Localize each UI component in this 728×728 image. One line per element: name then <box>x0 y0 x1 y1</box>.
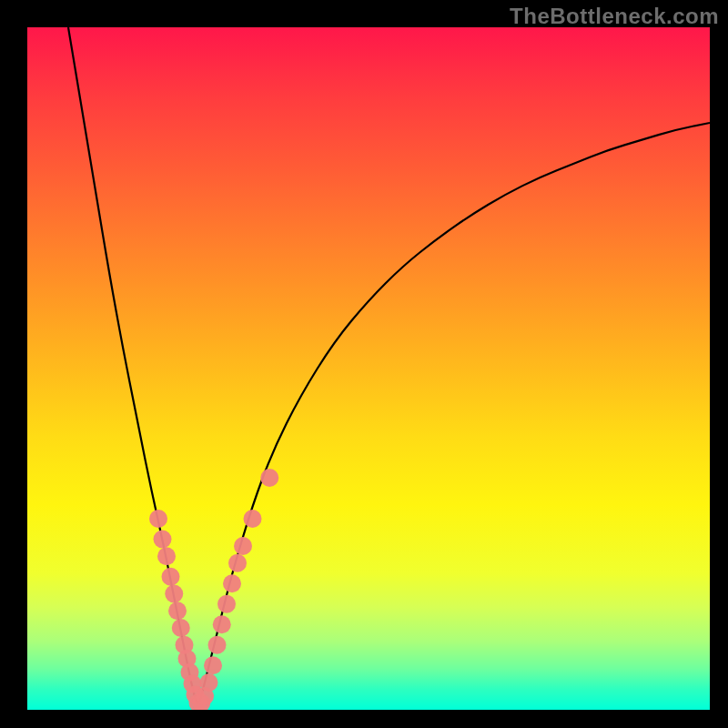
data-marker <box>260 469 278 487</box>
bottleneck-chart <box>27 27 710 710</box>
plot-area <box>27 27 710 710</box>
data-marker <box>234 537 252 555</box>
data-marker <box>244 510 262 528</box>
data-marker <box>149 510 167 528</box>
data-marker <box>217 595 236 613</box>
data-marker <box>204 656 222 674</box>
chart-frame: TheBottleneck.com <box>0 0 728 728</box>
data-marker <box>228 554 247 572</box>
data-marker <box>157 547 176 565</box>
bottleneck-curve <box>68 27 710 703</box>
data-marker <box>223 574 241 592</box>
data-marker <box>172 619 190 637</box>
data-marker <box>213 615 231 633</box>
data-marker <box>154 531 172 549</box>
data-marker <box>165 585 183 603</box>
data-marker <box>162 568 180 586</box>
data-marker <box>208 636 227 654</box>
marker-group <box>149 469 278 710</box>
data-marker <box>200 673 218 692</box>
watermark-text: TheBottleneck.com <box>510 4 719 29</box>
data-marker <box>168 602 187 620</box>
